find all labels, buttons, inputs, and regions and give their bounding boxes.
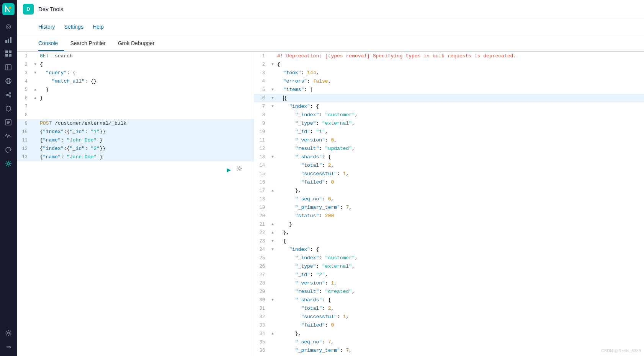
table-row: 9 "_type": "external", (254, 119, 644, 128)
ml-icon[interactable] (2, 89, 15, 101)
tab-grok-debugger[interactable]: Grok Debugger (112, 36, 161, 51)
table-row: 12 {"index":{"_id": "2"}} (17, 145, 254, 153)
table-row: 17▲ }, (254, 187, 644, 195)
maps-icon[interactable] (2, 75, 15, 87)
visualize-icon[interactable] (2, 34, 15, 46)
table-row: 19 "_primary_term": 7, (254, 203, 644, 212)
table-row: 6▲} (17, 94, 254, 102)
table-row: 15 "successful": 1, (254, 170, 644, 178)
siem-icon[interactable] (2, 102, 15, 115)
table-row: 25 "_index": "customer", (254, 254, 644, 262)
svg-rect-4 (5, 50, 8, 53)
table-row: 13▼ "_shards": { (254, 153, 644, 161)
table-row: 28 "_version": 1, (254, 279, 644, 288)
table-row: 31 "total": 2, (254, 304, 644, 313)
svg-point-14 (9, 93, 11, 94)
settings-icon[interactable] (2, 327, 15, 339)
table-row: 8 "_index": "customer", (254, 111, 644, 119)
table-row: 10 "_id": "1", (254, 128, 644, 136)
table-row: 18 "_seq_no": 6, (254, 195, 644, 203)
watermark: CSDN @Redis_6389 (601, 348, 641, 353)
svg-rect-2 (8, 39, 9, 43)
table-row: 10 {"index":{"_id": "1"}} (17, 128, 254, 136)
svg-point-24 (239, 168, 240, 170)
canvas-icon[interactable] (2, 61, 15, 73)
editor-area: 1 GET _search2▼{3▼ "query": {4 "match_al… (17, 52, 644, 356)
app-logo: D (23, 4, 34, 15)
svg-rect-7 (9, 54, 11, 57)
table-row: 3 "took": 144, (254, 69, 644, 77)
left-code-container[interactable]: 1 GET _search2▼{3▼ "query": {4 "match_al… (17, 52, 254, 356)
svg-point-23 (8, 332, 10, 334)
main-content: D Dev Tools History Settings Help Consol… (17, 0, 644, 356)
table-row: 6▼ { (254, 94, 644, 102)
table-row: 35 "_seq_no": 7, (254, 338, 644, 346)
right-panel: 1 #! Deprecation: [types removal] Specif… (254, 52, 644, 356)
table-row: 14 "total": 2, (254, 161, 644, 170)
kibana-logo[interactable] (2, 3, 15, 15)
table-row: 32 "successful": 1, (254, 313, 644, 321)
app-title: Dev Tools (38, 6, 64, 12)
table-row: 24▼ "index": { (254, 245, 644, 254)
table-row: 34▲ }, (254, 330, 644, 338)
table-row: 9 POST /customer/external/_bulk (17, 119, 254, 128)
settings-button[interactable] (236, 166, 242, 174)
run-button[interactable]: ▶ (227, 166, 231, 174)
logs-icon[interactable] (2, 116, 15, 128)
table-row: 7▼ "index": { (254, 102, 644, 111)
table-row: 1 #! Deprecation: [types removal] Specif… (254, 52, 644, 60)
table-row: 22▲ }, (254, 229, 644, 237)
tabs: Console Search Profiler Grok Debugger (17, 35, 644, 52)
uptime-icon[interactable] (2, 144, 15, 156)
table-row: 36 "_primary_term": 7, (254, 346, 644, 355)
nav-history[interactable]: History (38, 22, 55, 31)
table-row: 27 "_id": "2", (254, 271, 644, 279)
table-row: 4 "match_all": {} (17, 77, 254, 86)
table-row: 12 "result": "updated", (254, 145, 644, 153)
apm-icon[interactable] (2, 130, 15, 142)
table-row: 13 {"name": "Jane Doe" } (17, 153, 254, 161)
table-row: 29 "result": "created", (254, 288, 644, 296)
table-row: 1 GET _search (17, 52, 254, 60)
table-row: 11 {"name": "John Doe" } (17, 136, 254, 145)
table-row: 4 "errors": false, (254, 77, 644, 86)
sidebar: ◎ (0, 0, 17, 356)
collapse-icon[interactable]: ⇒ (2, 341, 15, 353)
tab-console[interactable]: Console (38, 36, 64, 51)
nav-links: History Settings Help (17, 18, 644, 35)
table-row: 8 (17, 111, 254, 119)
table-row: 2▼{ (17, 60, 254, 69)
nav-help[interactable]: Help (93, 22, 104, 31)
table-row: 33 "failed": 0 (254, 321, 644, 330)
table-row: 30▼ "_shards": { (254, 296, 644, 304)
table-row: 16 "failed": 0 (254, 178, 644, 187)
table-row: 21▲ } (254, 220, 644, 229)
svg-rect-8 (6, 65, 11, 70)
table-row: 26 "_type": "external", (254, 262, 644, 271)
svg-line-17 (8, 95, 9, 96)
svg-point-0 (9, 7, 11, 9)
discover-icon[interactable]: ◎ (2, 20, 15, 32)
table-row: 7 (17, 102, 254, 111)
svg-point-13 (6, 94, 8, 96)
table-row: 11 "_version": 6, (254, 136, 644, 145)
table-row: 23▼ { (254, 237, 644, 245)
nav-settings[interactable]: Settings (64, 22, 84, 31)
table-row: 5▲ } (17, 86, 254, 94)
svg-rect-3 (10, 37, 11, 43)
divider-handle[interactable]: ⋮ (252, 52, 254, 356)
svg-point-15 (9, 96, 11, 97)
svg-rect-1 (5, 40, 7, 43)
table-row: 3▼ "query": { (17, 69, 254, 77)
dashboard-icon[interactable] (2, 47, 15, 60)
table-row: 5▼ "items": [ (254, 86, 644, 94)
left-panel: 1 GET _search2▼{3▼ "query": {4 "match_al… (17, 52, 254, 356)
dev-tools-icon[interactable] (2, 158, 15, 170)
svg-point-22 (7, 163, 10, 165)
tab-search-profiler[interactable]: Search Profiler (64, 36, 112, 51)
topbar: D Dev Tools (17, 0, 644, 18)
right-code-container[interactable]: 1 #! Deprecation: [types removal] Specif… (254, 52, 644, 356)
svg-rect-5 (9, 50, 11, 53)
svg-rect-6 (5, 54, 8, 57)
table-row: 2▼{ (254, 60, 644, 69)
